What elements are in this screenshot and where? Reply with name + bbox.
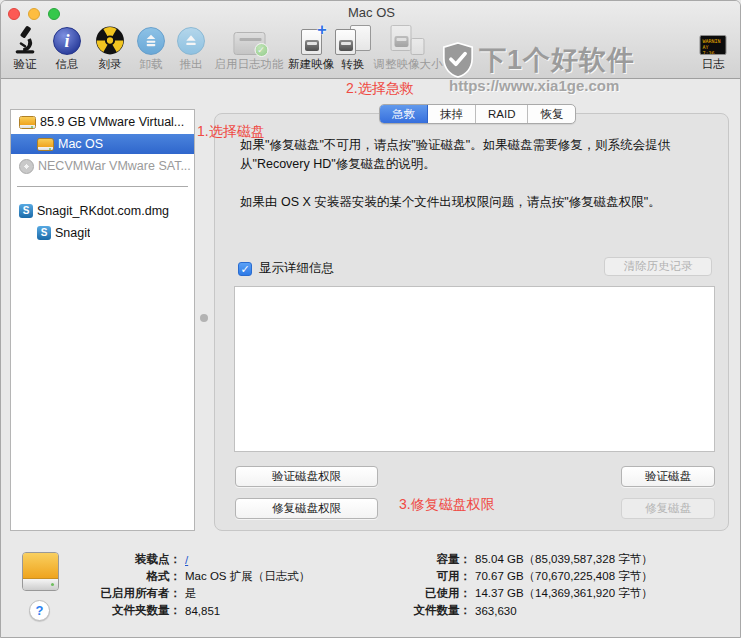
repair-disk-button[interactable]: 修复磁盘 xyxy=(621,498,715,519)
enable-journaling-icon: ✓ xyxy=(215,23,284,55)
burn-icon xyxy=(96,23,125,55)
sidebar-item-mac-os[interactable]: Mac OS xyxy=(11,134,194,154)
tab-first-aid[interactable]: 急救 xyxy=(380,105,428,123)
unmount-icon xyxy=(137,23,165,55)
watermark-url: https://www.xia1ge.com xyxy=(449,77,635,94)
mount-point-link[interactable]: / xyxy=(185,554,188,566)
show-details-label: 显示详细信息 xyxy=(259,260,334,277)
tab-raid[interactable]: RAID xyxy=(476,105,528,123)
log-console-icon: WARNIN AY 7:36 xyxy=(700,23,727,55)
toolbar-button-log[interactable]: WARNIN AY 7:36 日志 xyxy=(700,23,727,72)
info-row: 可用： 70.67 GB（70,670,225,408 字节） xyxy=(391,568,653,585)
toolbar-button-new-image[interactable]: + 新建映像 xyxy=(288,23,334,72)
internal-drive-icon xyxy=(19,116,36,129)
window-title: Mac OS xyxy=(348,5,395,20)
verify-microscope-icon xyxy=(11,23,39,55)
toolbar-label: 调整映像大小 xyxy=(374,57,443,72)
tab-erase[interactable]: 抹掉 xyxy=(428,105,476,123)
toolbar-label: 刻录 xyxy=(96,57,125,72)
sidebar-item-optical-drive[interactable]: NECVMWar VMware SAT... xyxy=(11,156,194,176)
toolbar-label: 卸载 xyxy=(137,57,165,72)
snagit-dmg-icon: S xyxy=(19,204,33,218)
titlebar-toolbar: Mac OS 验证 i 信息 xyxy=(1,1,741,79)
first-aid-pane: 急救 抹掉 RAID 恢复 如果"修复磁盘"不可用，请点按"验证磁盘"。如果磁盘… xyxy=(214,113,729,531)
toolbar-label: 新建映像 xyxy=(288,57,334,72)
info-row: 装载点： / xyxy=(1,551,310,568)
minimize-button[interactable] xyxy=(28,8,40,20)
info-icon: i xyxy=(53,23,81,55)
verify-permissions-button[interactable]: 验证磁盘权限 xyxy=(235,466,378,487)
toolbar-button-verify[interactable]: 验证 xyxy=(11,23,39,72)
annotation-step3: 3.修复磁盘权限 xyxy=(399,496,495,514)
info-row: 文件夹数量： 84,851 xyxy=(1,602,310,619)
zoom-button[interactable] xyxy=(48,8,60,20)
show-details-row: ✓ 显示详细信息 xyxy=(238,260,334,277)
annotation-step1: 1.选择磁盘 xyxy=(197,123,265,141)
sidebar-item-snagit-dmg[interactable]: S Snagit_RKdot.com.dmg xyxy=(11,201,194,221)
optical-disc-icon xyxy=(19,159,34,174)
first-aid-intro-1: 如果"修复磁盘"不可用，请点按"验证磁盘"。如果磁盘需要修复，则系统会提供从"R… xyxy=(240,136,716,174)
info-row: 格式： Mac OS 扩展（日志式） xyxy=(1,568,310,585)
sidebar-item-snagit-volume[interactable]: S Snagit xyxy=(11,223,194,243)
disk-utility-window: Mac OS 验证 i 信息 xyxy=(0,0,741,638)
close-button[interactable] xyxy=(8,8,20,20)
device-sidebar: 85.9 GB VMware Virtual... Mac OS NECVMWa… xyxy=(10,109,195,531)
history-output-box[interactable] xyxy=(234,286,715,452)
toolbar-button-eject[interactable]: 推出 xyxy=(177,23,205,72)
info-row: 已使用： 14.37 GB（14,369,361,920 字节） xyxy=(391,585,653,602)
toolbar-button-burn[interactable]: 刻录 xyxy=(96,23,125,72)
info-row: 文件数量： 363,630 xyxy=(391,602,653,619)
repair-permissions-button[interactable]: 修复磁盘权限 xyxy=(235,498,378,519)
toolbar-label: 启用日志功能 xyxy=(215,57,284,72)
snagit-volume-icon: S xyxy=(37,226,51,240)
info-row: 已启用所有者： 是 xyxy=(1,585,310,602)
toolbar-button-resize-image[interactable]: 调整映像大小 xyxy=(374,23,443,72)
volume-info-left: 装载点： / 格式： Mac OS 扩展（日志式） 已启用所有者： 是 文件夹数… xyxy=(1,551,310,619)
new-image-icon: + xyxy=(288,23,334,55)
annotation-step2: 2.选择急救 xyxy=(346,80,414,98)
first-aid-intro-2: 如果由 OS X 安装器安装的某个文件出现权限问题，请点按"修复磁盘权限"。 xyxy=(240,193,716,212)
sidebar-item-vmware-disk[interactable]: 85.9 GB VMware Virtual... xyxy=(11,112,194,132)
toolbar-button-enable-journaling[interactable]: ✓ 启用日志功能 xyxy=(215,23,284,72)
volume-info-right: 容量： 85.04 GB（85,039,587,328 字节） 可用： 70.6… xyxy=(391,551,653,619)
toolbar-button-info[interactable]: i 信息 xyxy=(53,23,81,72)
tab-bar: 急救 抹掉 RAID 恢复 xyxy=(379,104,576,124)
toolbar-button-convert[interactable]: 转换 xyxy=(335,23,371,72)
verify-disk-button[interactable]: 验证磁盘 xyxy=(621,466,715,487)
toolbar-label: 日志 xyxy=(700,57,727,72)
show-details-checkbox[interactable]: ✓ xyxy=(238,262,252,276)
toolbar-label: 验证 xyxy=(11,57,39,72)
sidebar-divider xyxy=(17,186,188,187)
toolbar-label: 推出 xyxy=(177,57,205,72)
toolbar-label: 信息 xyxy=(53,57,81,72)
info-row: 容量： 85.04 GB（85,039,587,328 字节） xyxy=(391,551,653,568)
clear-history-button[interactable]: 清除历史记录 xyxy=(604,257,712,276)
resize-image-icon xyxy=(374,23,443,55)
splitter-handle[interactable] xyxy=(200,314,208,322)
traffic-lights xyxy=(8,8,60,20)
toolbar-label: 转换 xyxy=(335,57,371,72)
convert-icon xyxy=(335,23,371,55)
tab-restore[interactable]: 恢复 xyxy=(528,105,575,123)
toolbar-button-unmount[interactable]: 卸载 xyxy=(137,23,165,72)
eject-icon xyxy=(177,23,205,55)
volume-icon xyxy=(37,138,54,151)
